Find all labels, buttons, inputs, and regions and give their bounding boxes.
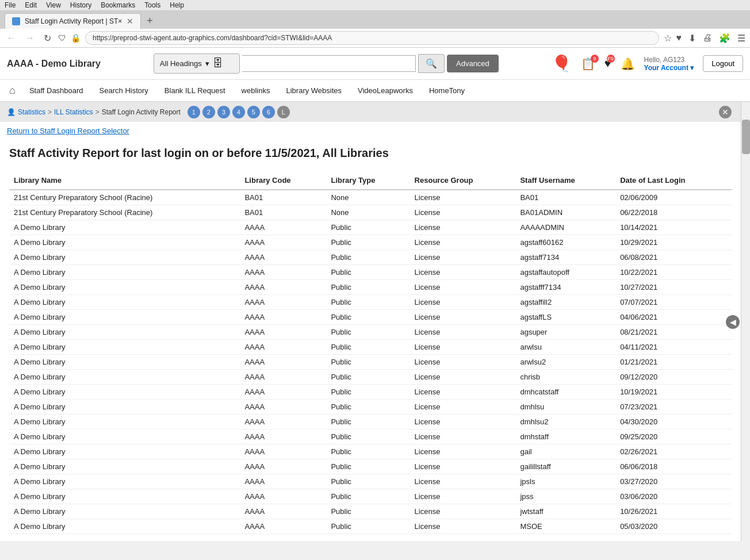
- cell-staff-username: gailillstaff: [515, 459, 615, 474]
- menu-view[interactable]: View: [46, 1, 61, 9]
- cell-staff-username: agstaffLS: [515, 310, 615, 325]
- search-type-dropdown[interactable]: All Headings ▾ 🗄: [154, 53, 240, 74]
- page-1[interactable]: 1: [188, 106, 200, 118]
- pocket-icon[interactable]: ♥: [676, 33, 682, 43]
- lock-icon: 🔒: [71, 33, 81, 43]
- download-icon[interactable]: ⬇: [688, 33, 696, 44]
- extensions-icon[interactable]: 🧩: [719, 33, 730, 44]
- cell-library-name: A Demo Library: [9, 489, 240, 504]
- search-area: All Headings ▾ 🗄 🔍 Advanced: [154, 53, 499, 74]
- menu-icon[interactable]: ☰: [737, 33, 745, 44]
- tab-close-button[interactable]: ✕: [127, 17, 133, 26]
- menu-file[interactable]: File: [5, 1, 16, 9]
- favorites-icon-with-badge[interactable]: ♥ F9: [604, 57, 611, 70]
- cell-library-type: Public: [326, 504, 410, 519]
- cell-library-type: Public: [326, 370, 410, 385]
- cell-library-type: None: [326, 205, 410, 220]
- nav-weblinks[interactable]: weblinks: [235, 80, 277, 102]
- cell-library-type: Public: [326, 444, 410, 459]
- search-button[interactable]: 🔍: [418, 54, 445, 73]
- account-chevron-icon: ▾: [690, 64, 694, 72]
- advanced-search-button[interactable]: Advanced: [447, 55, 499, 72]
- menu-history[interactable]: History: [70, 1, 91, 9]
- cell-resource-group: License: [410, 190, 516, 205]
- cell-staff-username: arwlsu: [515, 340, 615, 355]
- nav-search-history[interactable]: Search History: [93, 80, 155, 102]
- nav-library-websites[interactable]: Library Websites: [279, 80, 349, 102]
- bookmark-icon[interactable]: ☆: [664, 33, 672, 44]
- database-icon: 🗄: [213, 57, 223, 70]
- search-input[interactable]: [242, 55, 416, 72]
- cell-resource-group: License: [410, 235, 516, 250]
- table-row: A Demo Library AAAA Public License AAAAA…: [9, 220, 732, 235]
- balloon-icon: 🎈: [552, 54, 572, 73]
- nav-blank-ill[interactable]: Blank ILL Request: [158, 80, 232, 102]
- breadcrumb-icon: 👤: [7, 108, 16, 116]
- table-row: A Demo Library AAAA Public License dmhls…: [9, 400, 732, 415]
- nav-videoleapworks[interactable]: VideoLeapworks: [351, 80, 420, 102]
- page-5[interactable]: 5: [247, 106, 260, 118]
- cell-date-last-login: 03/27/2020: [615, 474, 732, 489]
- cell-date-last-login: 10/29/2021: [615, 235, 732, 250]
- cell-library-code: AAAA: [240, 220, 326, 235]
- tab-title: Staff Login Activity Report | ST×: [25, 17, 122, 25]
- page-2[interactable]: 2: [202, 106, 215, 118]
- address-bar-input[interactable]: [85, 31, 659, 45]
- collapse-panel-button[interactable]: ◀: [726, 315, 740, 329]
- menu-edit[interactable]: Edit: [25, 1, 37, 9]
- menu-tools[interactable]: Tools: [144, 1, 160, 9]
- report-table: Library Name Library Code Library Type R…: [9, 171, 732, 534]
- forward-button[interactable]: →: [23, 32, 37, 44]
- cell-resource-group: License: [410, 504, 516, 519]
- cell-library-code: AAAA: [240, 474, 326, 489]
- cell-staff-username: dmhcatstaff: [515, 385, 615, 400]
- cell-resource-group: License: [410, 474, 516, 489]
- cell-resource-group: License: [410, 310, 516, 325]
- page-4[interactable]: 4: [232, 106, 245, 118]
- return-link[interactable]: Return to Staff Login Report Selector: [0, 122, 750, 140]
- print-icon[interactable]: 🖨: [703, 33, 712, 43]
- cell-library-name: A Demo Library: [9, 220, 240, 235]
- cell-date-last-login: 10/14/2021: [615, 220, 732, 235]
- col-library-code: Library Code: [240, 171, 326, 190]
- menu-help[interactable]: Help: [170, 1, 184, 9]
- table-row: A Demo Library AAAA Public License agsta…: [9, 280, 732, 295]
- reload-button[interactable]: ↻: [41, 32, 53, 45]
- cell-date-last-login: 02/26/2021: [615, 444, 732, 459]
- cell-resource-group: License: [410, 489, 516, 504]
- col-date-last-login: Date of Last Login: [615, 171, 732, 190]
- notifications-icon[interactable]: 🔔: [621, 57, 635, 71]
- list-icon-with-badge[interactable]: 📋 9: [581, 57, 595, 71]
- table-row: A Demo Library AAAA Public License MSOE …: [9, 519, 732, 534]
- breadcrumb-ill-statistics[interactable]: ILL Statistics: [54, 108, 93, 116]
- cell-library-code: AAAA: [240, 265, 326, 280]
- close-button[interactable]: ✕: [719, 106, 732, 118]
- nav-staff-dashboard[interactable]: Staff Dashboard: [22, 80, 90, 102]
- account-link[interactable]: Your Account ▾: [644, 64, 694, 72]
- cell-staff-username: jpsls: [515, 474, 615, 489]
- cell-library-type: Public: [326, 429, 410, 444]
- breadcrumb-sep-1: >: [48, 108, 52, 116]
- cell-resource-group: License: [410, 444, 516, 459]
- logout-button[interactable]: Logout: [703, 55, 743, 72]
- cell-library-name: A Demo Library: [9, 250, 240, 265]
- cell-library-name: A Demo Library: [9, 325, 240, 340]
- breadcrumb-statistics[interactable]: Statistics: [18, 108, 45, 116]
- cell-resource-group: License: [410, 250, 516, 265]
- page-l[interactable]: L: [277, 106, 290, 118]
- table-row: 21st Century Preparatory School (Racine)…: [9, 205, 732, 220]
- nav-home-icon[interactable]: ⌂: [5, 80, 20, 101]
- page-6[interactable]: 6: [262, 106, 275, 118]
- cell-resource-group: License: [410, 205, 516, 220]
- menu-bookmarks[interactable]: Bookmarks: [101, 1, 135, 9]
- browser-tab[interactable]: Staff Login Activity Report | ST× ✕: [5, 13, 141, 29]
- scrollbar-thumb[interactable]: [742, 120, 750, 154]
- page-3[interactable]: 3: [217, 106, 230, 118]
- back-button[interactable]: ←: [5, 32, 18, 44]
- cell-library-name: A Demo Library: [9, 459, 240, 474]
- table-row: A Demo Library AAAA Public License dmhca…: [9, 385, 732, 400]
- nav-hometony[interactable]: HomeTony: [422, 80, 472, 102]
- scrollbar[interactable]: [741, 102, 750, 541]
- new-tab-button[interactable]: +: [143, 14, 156, 28]
- chevron-down-icon: ▾: [205, 59, 209, 68]
